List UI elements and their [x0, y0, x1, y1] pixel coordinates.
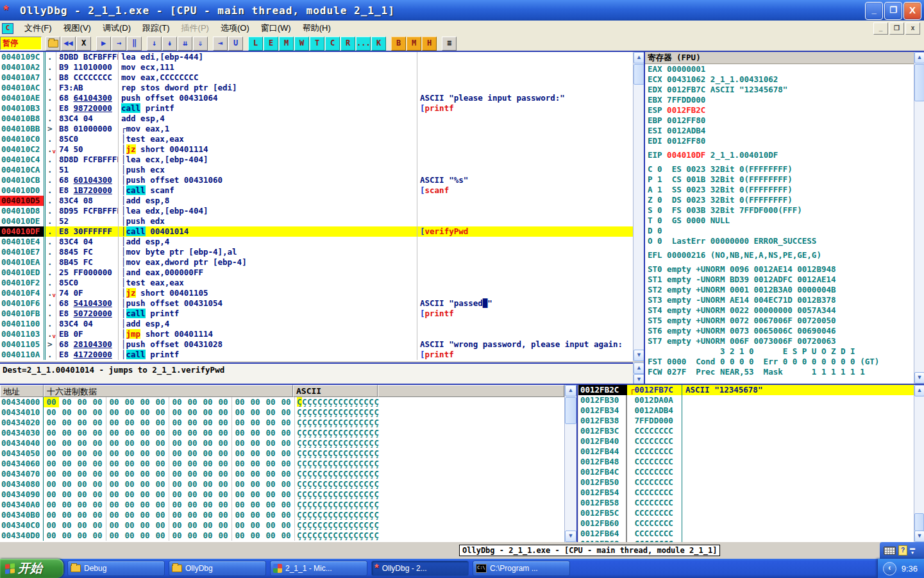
stack-comment-cell[interactable] — [682, 426, 914, 436]
disasm-address-cell[interactable]: 004010AE — [0, 93, 44, 103]
memory-dump-row[interactable]: 0043409000000000000000000000000000000000… — [0, 489, 564, 500]
disasm-address-cell[interactable]: 004010B8 — [0, 114, 44, 124]
disasm-row[interactable]: 00401103.vEB 0F│jmp short 00401114 — [0, 329, 633, 339]
disasm-bytes-cell[interactable]: 8DBD BCFBFFFF — [56, 52, 118, 62]
dump-byte-cell[interactable]: 00 — [169, 397, 185, 407]
disasm-instruction-cell[interactable]: mov eax,CCCCCCCC — [118, 72, 417, 83]
stack-comment-cell[interactable] — [682, 488, 914, 498]
disasm-comment-cell[interactable]: ASCII "%s" — [417, 175, 633, 185]
taskbar-task-button[interactable]: C:\C:\Program ... — [473, 561, 570, 576]
dump-address-cell[interactable]: 00434000 — [0, 397, 44, 407]
dump-byte-cell[interactable]: 00 — [185, 489, 200, 500]
memory-dump-pane[interactable]: 地址 十六进制数据 ASCII 004340000000000000000000… — [0, 385, 564, 542]
disasm-comment-cell[interactable] — [417, 319, 633, 329]
disasm-bytes-cell[interactable]: 83C4 08 — [56, 196, 118, 206]
dump-byte-cell[interactable]: 00 — [59, 510, 74, 520]
dump-byte-cell[interactable]: 00 — [137, 531, 153, 541]
disasm-bytes-cell[interactable]: 85C0 — [56, 134, 118, 144]
dump-byte-cell[interactable]: 00 — [248, 397, 263, 407]
view-references-button[interactable]: R — [340, 37, 355, 51]
dump-byte-cell[interactable]: 00 — [263, 500, 278, 510]
dump-byte-cell[interactable]: 00 — [106, 407, 122, 418]
dump-byte-cell[interactable]: 00 — [232, 428, 248, 438]
menu-item[interactable]: 调试(D) — [97, 21, 137, 36]
dump-byte-cell[interactable]: 00 — [90, 428, 105, 438]
view-run-trace-button[interactable]: ... — [356, 37, 371, 51]
scroll-up-icon[interactable]: ▲ — [914, 385, 924, 396]
disasm-comment-cell[interactable] — [417, 144, 633, 155]
disasm-row[interactable]: 0040109C.8DBD BCFBFFFFlea edi,[ebp-444] — [0, 52, 633, 62]
stack-row[interactable]: 0012FB60 CCCCCCCC — [578, 518, 914, 529]
disasm-instruction-cell[interactable]: │test eax,eax — [118, 134, 417, 144]
dump-byte-cell[interactable]: 00 — [44, 479, 59, 489]
stack-row[interactable]: 0012FB50 CCCCCCCC — [578, 477, 914, 488]
dump-ascii-cell[interactable]: ÇÇÇÇÇÇÇÇÇÇÇÇÇÇÇÇ — [295, 479, 382, 489]
dump-byte-cell[interactable]: 00 — [232, 438, 248, 448]
fpu-register-row[interactable]: ST4 empty +UNORM 0022 00000000 0057A344 — [645, 305, 914, 316]
dump-byte-cell[interactable]: 00 — [44, 510, 59, 520]
disasm-row[interactable]: 004010E4.83C4 04│add esp,4 — [0, 237, 633, 247]
dump-ascii-cell[interactable]: ÇÇÇÇÇÇÇÇÇÇÇÇÇÇÇÇ — [295, 510, 382, 520]
view-log-button[interactable]: L — [248, 37, 263, 51]
dump-ascii-cell[interactable]: ÇÇÇÇÇÇÇÇÇÇÇÇÇÇÇÇ — [295, 531, 382, 541]
dump-byte-cell[interactable]: 00 — [90, 500, 105, 510]
disasm-comment-cell[interactable] — [417, 288, 633, 298]
dump-byte-cell[interactable]: 00 — [248, 418, 263, 428]
disasm-row[interactable]: 004010F6.68 54104300│push offset 0043105… — [0, 298, 633, 309]
dump-byte-cell[interactable]: 00 — [263, 479, 278, 489]
view-cpu-button[interactable]: C — [325, 37, 340, 51]
dump-byte-cell[interactable]: 00 — [278, 407, 294, 418]
dump-byte-cell[interactable]: 00 — [185, 520, 200, 531]
dump-address-cell[interactable]: 004340A0 — [0, 500, 44, 510]
disasm-address-cell[interactable]: 004010C4 — [0, 155, 44, 165]
mdi-restore-button[interactable]: ❐ — [889, 22, 904, 35]
dump-byte-cell[interactable]: 00 — [185, 418, 200, 428]
flag-row[interactable]: S 0 FS 003B 32Bit 7FFDF000(FFF) — [645, 205, 914, 216]
dump-byte-cell[interactable]: 00 — [215, 438, 231, 448]
disasm-comment-cell[interactable]: [verifyPwd — [417, 226, 633, 237]
stack-comment-cell[interactable] — [682, 436, 914, 446]
memory-dump-row[interactable]: 0043403000000000000000000000000000000000… — [0, 428, 564, 438]
disasm-comment-cell[interactable] — [417, 155, 633, 165]
stack-address-cell[interactable]: 0012FB3C — [578, 426, 627, 436]
stack-address-cell[interactable]: 0012FB2C — [578, 385, 627, 395]
stack-address-cell[interactable]: 0012FB54 — [578, 488, 627, 498]
stack-value-cell[interactable]: ┌0012FB7C — [627, 385, 682, 395]
disasm-address-cell[interactable]: 004010F2 — [0, 278, 44, 288]
dump-byte-cell[interactable]: 00 — [137, 520, 153, 531]
disasm-address-cell[interactable]: 0040109C — [0, 52, 44, 62]
dump-byte-cell[interactable]: 00 — [59, 428, 74, 438]
dump-byte-cell[interactable]: 00 — [153, 469, 168, 479]
disasm-comment-cell[interactable] — [417, 62, 633, 72]
dump-byte-cell[interactable]: 00 — [200, 459, 215, 469]
dump-ascii-cell[interactable]: ÇÇÇÇÇÇÇÇÇÇÇÇÇÇÇÇ — [295, 428, 382, 438]
dump-byte-cell[interactable]: 00 — [215, 520, 231, 531]
view-threads-button[interactable]: T — [310, 37, 324, 51]
animate-into-button[interactable]: ⇊ — [178, 37, 192, 51]
dump-byte-cell[interactable]: 00 — [263, 448, 278, 459]
disasm-address-cell[interactable]: 004010FB — [0, 309, 44, 319]
dump-byte-cell[interactable]: 00 — [44, 448, 59, 459]
stack-row[interactable]: 0012FB40 CCCCCCCC — [578, 436, 914, 446]
dump-byte-cell[interactable]: 00 — [122, 500, 137, 510]
disasm-bytes-cell[interactable]: 68 60104300 — [56, 175, 118, 185]
menu-item[interactable]: 视图(V) — [58, 21, 97, 36]
dump-byte-cell[interactable]: 00 — [44, 459, 59, 469]
dump-byte-cell[interactable]: 00 — [137, 510, 153, 520]
disasm-instruction-cell[interactable]: │call 00401014 — [118, 226, 417, 237]
dump-byte-cell[interactable]: 00 — [169, 500, 185, 510]
dump-byte-cell[interactable]: 00 — [232, 448, 248, 459]
stack-value-cell[interactable]: 0012ADB4 — [627, 405, 682, 416]
disasm-bytes-cell[interactable]: E8 41720000 — [56, 350, 118, 360]
dump-byte-cell[interactable]: 00 — [215, 407, 231, 418]
taskbar-task-button[interactable]: Debug — [67, 561, 165, 576]
memory-dump-row[interactable]: 0043404000000000000000000000000000000000… — [0, 438, 564, 448]
dump-byte-cell[interactable]: 00 — [137, 489, 153, 500]
disasm-row[interactable]: 0040110A.E8 41720000│call printf[printf — [0, 350, 633, 360]
run-button[interactable]: ▶ — [96, 37, 111, 51]
dump-byte-cell[interactable]: 00 — [153, 459, 168, 469]
restore-button[interactable]: ❐ — [884, 2, 902, 20]
dump-byte-cell[interactable]: 00 — [232, 510, 248, 520]
stack-row[interactable]: 0012FB34 0012ADB4 — [578, 405, 914, 416]
dump-byte-cell[interactable]: 00 — [215, 531, 231, 541]
